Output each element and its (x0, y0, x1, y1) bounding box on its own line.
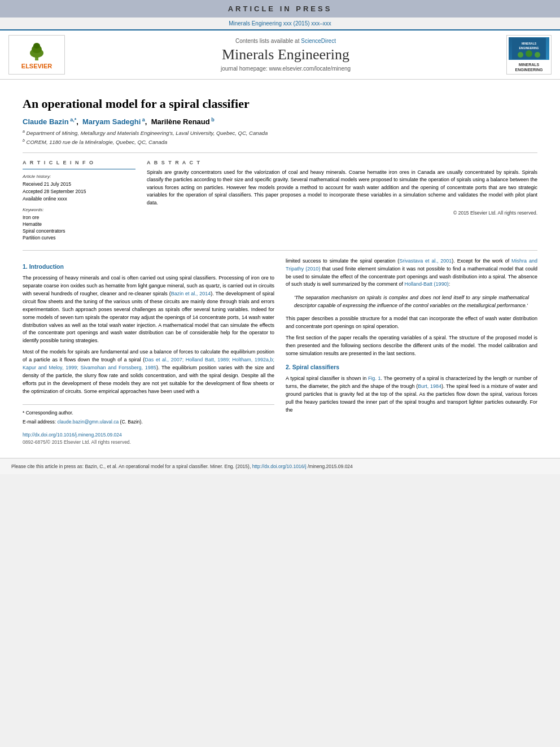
journal-header: ELSEVIER Contents lists available at Sci… (0, 29, 560, 80)
body-paragraph-6: A typical spiral classifier is shown in … (286, 375, 537, 414)
ref-holland-batt[interactable]: Holland-Batt (1990) (405, 281, 449, 287)
abstract-section: A B S T R A C T Spirals are gravity conc… (147, 160, 537, 242)
body-paragraph-3: limited success to simulate the spiral o… (286, 257, 537, 289)
affiliation-1-text: Department of Mining, Metallurgy and Mat… (27, 130, 268, 136)
minerals-logo-image: MINERALS ENGINEERING (509, 37, 549, 60)
header-divider (23, 152, 537, 153)
citation-text: Please cite this article in press as: Ba… (11, 464, 251, 469)
body-divider (23, 250, 537, 251)
body-right-column: limited success to simulate the spiral o… (286, 257, 537, 447)
keyword-3: Spiral concentrators (23, 228, 135, 234)
article-info-panel: A R T I C L E I N F O Article history: R… (23, 160, 135, 242)
keyword-4: Partition curves (23, 235, 135, 241)
svg-point-9 (535, 52, 540, 58)
footnote-email-link[interactable]: claude.bazin@gmn.ulaval.ca (57, 419, 119, 425)
body-left-column: 1. Introduction The processing of heavy … (23, 257, 274, 447)
homepage-line: journal homepage: www.elsevier.com/locat… (65, 65, 506, 72)
svg-text:ENGINEERING: ENGINEERING (519, 46, 539, 50)
keyword-2: Hematite (23, 221, 135, 227)
footnote-email-label: E-mail address: (23, 419, 57, 425)
ref-bazin-2014[interactable]: Bazin et al., 2014 (171, 291, 211, 296)
keyword-1: Iron ore (23, 215, 135, 220)
author-1-sup: a,* (69, 117, 77, 123)
affiliation-2-text: COREM, 1180 rue de la Minéralogie, Quebe… (27, 139, 168, 146)
article-meta: A R T I C L E I N F O Article history: R… (23, 160, 537, 242)
svg-point-8 (526, 50, 532, 57)
ref-burt[interactable]: Burt, 1984 (418, 383, 441, 389)
ref-das-2007[interactable]: Das et al., 2007; Holland Batt, 1989; Ho… (23, 357, 274, 370)
accepted-date: Accepted 28 September 2015 (23, 189, 135, 194)
ref-fig1[interactable]: Fig. 1 (368, 375, 381, 381)
article-in-press-banner: ARTICLE IN PRESS (0, 0, 560, 18)
body-paragraph-1: The processing of heavy minerals and coa… (23, 274, 274, 345)
section-2-heading: 2. Spiral classifiers (286, 362, 537, 372)
affiliation-2: b COREM, 1180 rue de la Minéralogie, Que… (23, 138, 537, 145)
elsevier-logo: ELSEVIER (8, 35, 65, 75)
author-1[interactable]: Claude Bazin (23, 117, 69, 126)
body-paragraph-2: Most of the models for spirals are funda… (23, 348, 274, 396)
article-title: An operational model for a spiral classi… (23, 97, 537, 111)
citation-footer: Please cite this article in press as: Ba… (0, 458, 560, 475)
abstract-title: A B S T R A C T (147, 160, 537, 165)
minerals-logo-right: MINERALS ENGINEERING MINERALS ENGINEERIN… (506, 35, 552, 75)
keywords-section: Keywords: Iron ore Hematite Spiral conce… (23, 207, 135, 241)
doi-link[interactable]: http://dx.doi.org/10.1016/j.mineng.2015.… (23, 432, 122, 438)
body-paragraph-4: This paper describes a possible structur… (286, 315, 537, 331)
sciencedirect-link[interactable]: ScienceDirect (301, 38, 336, 44)
contents-prefix: Contents lists available at (235, 38, 301, 44)
footnote-corresponding: * Corresponding author. (23, 409, 274, 417)
body-columns: 1. Introduction The processing of heavy … (23, 257, 537, 447)
section-1-heading: 1. Introduction (23, 262, 274, 271)
keywords-label: Keywords: (23, 207, 135, 212)
author-3-sup: b (210, 117, 215, 123)
authors-line: Claude Bazin a,*, Maryam Sadeghi a, Mari… (23, 117, 537, 126)
citation-doi-link[interactable]: http://dx.doi.org/10.1016/j (252, 464, 307, 469)
article-info-divider (23, 169, 135, 169)
footnotes-section: * Corresponding author. E-mail address: … (23, 404, 274, 426)
affiliation-1: a Department of Mining, Metallurgy and M… (23, 129, 537, 136)
author-2[interactable]: Maryam Sadeghi (82, 117, 141, 126)
footnote-email: E-mail address: claude.bazin@gmn.ulaval.… (23, 418, 274, 426)
svg-text:MINERALS: MINERALS (522, 42, 537, 45)
journal-title-center: Contents lists available at ScienceDirec… (65, 38, 506, 72)
svg-point-7 (518, 52, 523, 58)
contents-line: Contents lists available at ScienceDirec… (65, 38, 506, 44)
minerals-logo-text: MINERALS ENGINEERING (509, 62, 549, 72)
main-content: An operational model for a spiral classi… (0, 80, 560, 458)
issn-line: 0892-6875/© 2015 Elsevier Ltd. All right… (23, 439, 274, 446)
elsevier-text: ELSEVIER (21, 63, 52, 69)
citation-doi-text2: /mineng.2015.09.024 (308, 464, 353, 469)
body-paragraph-5: The first section of the paper recalls t… (286, 334, 537, 358)
history-label: Article history: (23, 174, 135, 179)
quote-block: 'The separation mechanism on spirals is … (294, 294, 529, 309)
article-info-title: A R T I C L E I N F O (23, 160, 135, 165)
ref-srivastava[interactable]: Srivastava et al., 2001 (399, 258, 452, 264)
doi-section: http://dx.doi.org/10.1016/j.mineng.2015.… (23, 431, 274, 439)
abstract-text: Spirals are gravity concentrators used f… (147, 169, 537, 207)
author-3: Marilène Renaud (151, 117, 210, 126)
journal-name-header: Minerals Engineering (65, 46, 506, 63)
journal-reference-line: Minerals Engineering xxx (2015) xxx–xxx (0, 18, 560, 29)
available-date: Available online xxxx (23, 196, 135, 202)
author-2-sup: a (141, 117, 145, 123)
received-date: Received 21 July 2015 (23, 181, 135, 187)
elsevier-tree-icon (23, 41, 51, 60)
svg-point-3 (33, 43, 40, 49)
footnote-email-note: (C. Bazin). (120, 419, 143, 425)
copyright-line: © 2015 Elsevier Ltd. All rights reserved… (147, 210, 537, 216)
